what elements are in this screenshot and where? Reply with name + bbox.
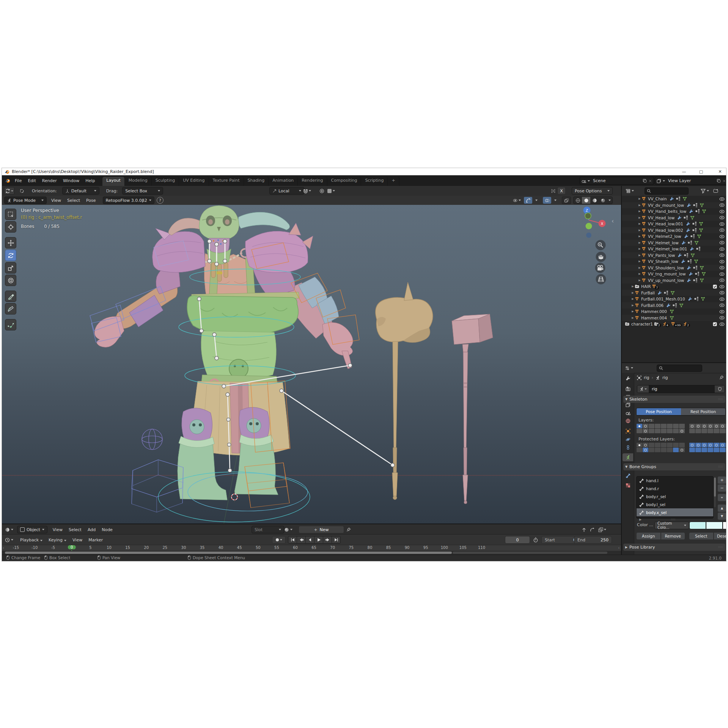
retopoflow-help-button[interactable]: ? bbox=[157, 197, 164, 204]
camera-view-button[interactable] bbox=[595, 263, 605, 273]
layer-cell[interactable] bbox=[673, 424, 679, 428]
bone-groups-scrollbar[interactable] bbox=[714, 477, 716, 507]
expand-arrow-icon[interactable]: ▶ bbox=[638, 204, 642, 207]
viewport-menu-pose[interactable]: Pose bbox=[83, 198, 99, 203]
end-frame-field[interactable]: End250 bbox=[574, 536, 612, 544]
remove-bone-group-button[interactable]: − bbox=[717, 484, 726, 492]
tool-measure[interactable] bbox=[5, 303, 16, 314]
layer-cell[interactable] bbox=[720, 429, 725, 433]
list-resize-grip[interactable]: ∷∷ bbox=[671, 518, 676, 521]
expand-arrow-icon[interactable]: ▶ bbox=[638, 210, 642, 213]
pin-icon[interactable] bbox=[346, 527, 351, 532]
layer-cell[interactable] bbox=[720, 448, 725, 452]
viewport-menu-view[interactable]: View bbox=[48, 198, 64, 203]
collection-checkbox[interactable] bbox=[713, 285, 717, 289]
layer-cell[interactable] bbox=[720, 443, 725, 447]
expand-arrow-icon[interactable]: ▶ bbox=[638, 272, 642, 275]
armature-name-field[interactable]: rig bbox=[637, 385, 725, 393]
workspace-tab-scripting[interactable]: Scripting bbox=[361, 177, 388, 186]
move-group-down-button[interactable]: ▼ bbox=[717, 512, 726, 520]
expand-arrow-icon[interactable]: ▶ bbox=[631, 297, 635, 300]
tool-pose-breakdowner[interactable] bbox=[5, 319, 16, 330]
auto-key-record-button[interactable] bbox=[272, 536, 286, 544]
minimize-button[interactable]: — bbox=[678, 168, 690, 175]
gizmo-dropdown[interactable] bbox=[532, 197, 541, 204]
gizmo-z-neg-handle[interactable] bbox=[586, 233, 591, 238]
layer-cell[interactable] bbox=[649, 429, 654, 433]
shader-menu-view[interactable]: View bbox=[50, 527, 66, 532]
properties-tab-physics[interactable] bbox=[623, 436, 633, 443]
layer-cell[interactable] bbox=[689, 424, 695, 428]
overlap-dropdown[interactable] bbox=[597, 526, 607, 533]
shader-type-dropdown[interactable]: Object bbox=[17, 526, 47, 533]
layer-cell[interactable] bbox=[708, 443, 713, 447]
play-button[interactable] bbox=[314, 536, 323, 543]
scene-selector[interactable]: Scene bbox=[580, 177, 654, 185]
pan-button[interactable] bbox=[596, 252, 606, 262]
expand-arrow-icon[interactable]: ▶ bbox=[638, 241, 642, 244]
expand-arrow-icon[interactable]: ▶ bbox=[638, 260, 642, 263]
outliner-item-vv_tng_mount_low[interactable]: ▶VV_tng_mount_low bbox=[622, 271, 726, 277]
proportional-falloff-dropdown[interactable] bbox=[327, 187, 336, 194]
prev-keyframe-button[interactable] bbox=[297, 536, 305, 543]
pose-library-panel-header[interactable]: ▶ Pose Library ∷∷ bbox=[623, 544, 725, 551]
jump-to-start-button[interactable] bbox=[288, 536, 297, 543]
new-material-button[interactable]: + New bbox=[299, 526, 344, 533]
visibility-eye-icon[interactable] bbox=[719, 241, 725, 245]
timeline-expand-icon[interactable]: › bbox=[3, 546, 4, 550]
outliner-item-vv_head_low.002[interactable]: ▶VV_Head_low.002 bbox=[622, 227, 726, 234]
view-layer-selector[interactable]: View Layer bbox=[655, 177, 726, 185]
layer-cell[interactable] bbox=[708, 429, 713, 433]
bone-group-hand-r[interactable]: hand.r bbox=[637, 484, 713, 492]
properties-tab-constraints[interactable] bbox=[623, 443, 633, 451]
timeline-menu-keying[interactable]: Keying bbox=[46, 538, 69, 542]
outliner-item-vv_helmet_low[interactable]: ▶VV_Helmet_low bbox=[622, 240, 726, 246]
pin-icon[interactable] bbox=[719, 375, 724, 380]
visibility-dropdown[interactable] bbox=[512, 197, 522, 204]
expand-arrow-icon[interactable]: ▶ bbox=[638, 222, 642, 225]
layer-cell[interactable] bbox=[661, 448, 667, 452]
overlays-dropdown[interactable] bbox=[551, 197, 560, 204]
snap-toggle[interactable] bbox=[302, 187, 312, 194]
expand-arrow-icon[interactable]: ▶ bbox=[638, 254, 642, 257]
visibility-eye-icon[interactable] bbox=[719, 303, 725, 307]
workspace-tab-texture-paint[interactable]: Texture Paint bbox=[209, 177, 244, 186]
timeline-scroll-area[interactable] bbox=[2, 551, 621, 555]
visibility-eye-icon[interactable] bbox=[719, 197, 725, 201]
layer-cell[interactable] bbox=[637, 429, 642, 433]
layer-cell[interactable] bbox=[714, 429, 719, 433]
visibility-eye-icon[interactable] bbox=[719, 234, 725, 238]
outliner-item-vv_shoulders_low[interactable]: ▶VV_Shoulders_low bbox=[622, 265, 726, 271]
layer-cell[interactable] bbox=[667, 429, 673, 433]
bone-group-body-r_sel[interactable]: body.r_sel bbox=[637, 492, 713, 500]
outliner-item-vv_pants_low[interactable]: ▶VV_Pants_low bbox=[622, 252, 726, 259]
expand-arrow-icon[interactable]: ▶ bbox=[638, 216, 642, 219]
name-input[interactable]: rig bbox=[649, 385, 715, 393]
layer-cell[interactable] bbox=[726, 429, 726, 433]
layer-cell[interactable] bbox=[726, 443, 726, 447]
layer-cell[interactable] bbox=[673, 448, 679, 452]
shading-wireframe-button[interactable] bbox=[574, 197, 582, 204]
layer-cell[interactable] bbox=[649, 424, 654, 428]
layer-cell[interactable] bbox=[708, 424, 713, 428]
move-group-up-button[interactable]: ▲ bbox=[717, 504, 726, 512]
bone-group-body-l_sel[interactable]: body.l_sel bbox=[637, 500, 713, 508]
menu-help[interactable]: Help bbox=[82, 178, 98, 183]
visibility-eye-icon[interactable] bbox=[719, 272, 725, 276]
zoom-button[interactable] bbox=[596, 240, 606, 250]
shading-dropdown[interactable] bbox=[607, 197, 612, 204]
layer-cell[interactable] bbox=[655, 429, 660, 433]
snap-node-icon[interactable] bbox=[590, 527, 594, 532]
layer-cell[interactable] bbox=[661, 424, 667, 428]
properties-tab-render[interactable] bbox=[623, 385, 633, 393]
viewport-menu-select[interactable]: Select bbox=[64, 198, 83, 203]
layer-cell[interactable] bbox=[637, 443, 642, 447]
layer-cell[interactable] bbox=[643, 429, 648, 433]
layer-cell[interactable] bbox=[637, 424, 642, 428]
layer-cell[interactable] bbox=[714, 424, 719, 428]
menu-render[interactable]: Render bbox=[39, 178, 60, 183]
expand-arrow-icon[interactable]: ▶ bbox=[638, 266, 642, 269]
outliner-item-furball.006[interactable]: ▶FurBall.006 bbox=[622, 302, 726, 309]
add-bone-group-button[interactable]: + bbox=[717, 476, 726, 484]
layer-cell[interactable] bbox=[689, 448, 695, 452]
